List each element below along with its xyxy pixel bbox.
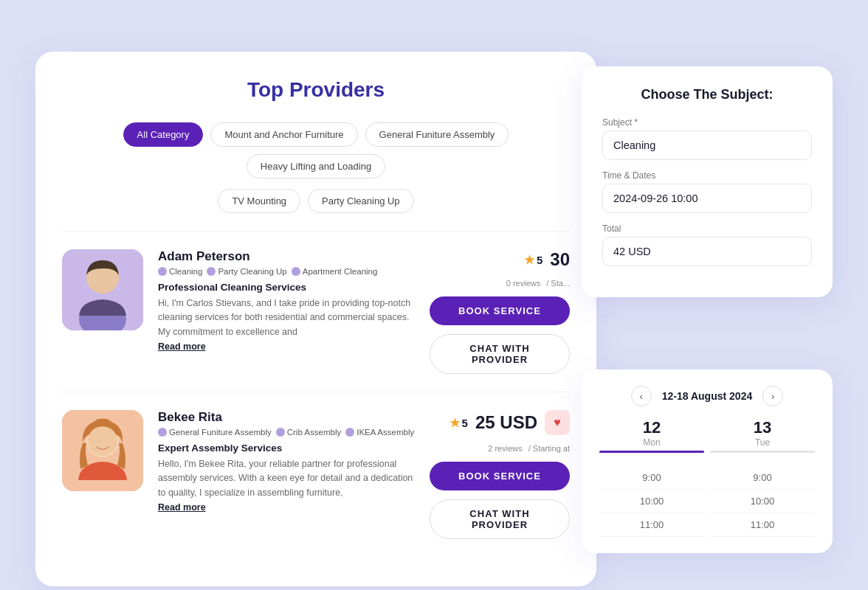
cal-day-13-label: Tue (710, 437, 815, 448)
cal-next-btn[interactable]: › (762, 386, 783, 406)
tag-icon-ikea (345, 428, 354, 437)
star-rating-adam: ★ 5 (524, 253, 542, 267)
tag-crib: Crib Assembly (276, 428, 342, 437)
avatar-adam (62, 249, 143, 330)
filter-general-assembly[interactable]: General Funiture Assembly (365, 122, 509, 147)
favorite-bekee[interactable]: ♥ (545, 410, 570, 435)
reviews-adam: 0 reviews (506, 279, 540, 288)
providers-title: Top Providers (62, 78, 570, 102)
category-filters-row1: All Category Mount and Anchor Furniture … (62, 122, 570, 178)
cal-days-header: 12 Mon 13 Tue (599, 418, 815, 460)
read-more-bekee[interactable]: Read more (158, 502, 415, 513)
cal-prev-btn[interactable]: ‹ (631, 386, 652, 406)
book-service-adam[interactable]: BOOK SERVICE (430, 296, 570, 325)
time-dates-value[interactable]: 2024-09-26 10:00 (602, 184, 812, 213)
provider-info-bekee: Bekee Rita General Funiture Assembly Cri… (158, 410, 415, 513)
starting-at-adam: / Sta... (546, 279, 570, 288)
cal-day-12-label: Mon (599, 437, 704, 448)
rating-row-bekee: ★ 5 25 USD ♥ (450, 410, 570, 435)
tag-icon-apartment (292, 267, 300, 276)
service-title-bekee: Expert Assembly Services (158, 442, 415, 454)
svg-point-6 (88, 426, 117, 456)
subject-field-label: Subject * (602, 117, 812, 128)
tag-general-assembly: General Funiture Assembly (158, 428, 272, 437)
subject-card-title: Choose The Subject: (602, 87, 812, 103)
provider-item-2: Bekee Rita General Funiture Assembly Cri… (62, 392, 570, 557)
service-desc-bekee: Hello, I'm Bekee Rita, your reliable par… (158, 457, 415, 500)
cal-day-12-bar (599, 451, 704, 453)
chat-provider-adam[interactable]: CHAT WITH PROVIDER (430, 334, 570, 374)
time-1100-mon[interactable]: 11:00 (599, 513, 704, 537)
provider-item-1: Adam Peterson Cleaning Party Cleaning Up… (62, 231, 570, 392)
tag-icon-cleaning (158, 267, 167, 276)
rating-value-adam: 5 (537, 254, 542, 266)
tag-icon-crib (276, 428, 285, 437)
rating-value-bekee: 5 (462, 417, 468, 429)
time-1000-tue[interactable]: 10:00 (710, 490, 815, 513)
avatar-bekee (62, 410, 143, 491)
chat-provider-bekee[interactable]: CHAT WITH PROVIDER (430, 499, 570, 539)
time-dates-label: Time & Dates (602, 170, 812, 181)
price-adam: 30 (550, 249, 570, 269)
tag-icon-party (207, 267, 216, 276)
tag-cleaning: Cleaning (158, 267, 202, 276)
calendar-card: ‹ 12-18 August 2024 › 12 Mon 13 Tue 9:00… (582, 369, 833, 553)
subject-card: Choose The Subject: Subject * Cleaning T… (582, 66, 833, 297)
calendar-header: ‹ 12-18 August 2024 › (599, 386, 815, 406)
category-filters-row2: TV Mounting Party Cleaning Up (62, 189, 570, 213)
providers-card: Top Providers All Category Mount and Anc… (35, 52, 596, 586)
cal-range-label: 12-18 August 2024 (662, 390, 752, 402)
time-900-mon[interactable]: 9:00 (599, 466, 704, 490)
read-more-adam[interactable]: Read more (158, 341, 415, 352)
book-service-bekee[interactable]: BOOK SERVICE (430, 462, 570, 490)
star-rating-bekee: ★ 5 (450, 416, 468, 430)
time-1000-mon[interactable]: 10:00 (599, 490, 704, 513)
time-900-tue[interactable]: 9:00 (710, 466, 815, 490)
cal-day-12-num: 12 (599, 418, 704, 437)
tag-ikea: IKEA Assembly (345, 428, 414, 437)
provider-name-bekee: Bekee Rita (158, 410, 415, 425)
filter-mount-anchor[interactable]: Mount and Anchor Furniture (210, 122, 357, 147)
rating-row-adam: ★ 5 30 (524, 249, 570, 270)
service-desc-adam: Hi, I'm Carlos Stievans, and I take prid… (158, 296, 415, 339)
filter-party-cleaning[interactable]: Party Cleaning Up (308, 189, 414, 213)
cal-day-12: 12 Mon (599, 418, 704, 460)
reviews-bekee: 2 reviews (488, 444, 522, 453)
provider-tags-bekee: General Funiture Assembly Crib Assembly … (158, 428, 415, 437)
price-bekee: 25 USD (475, 412, 537, 432)
star-icon-adam: ★ (524, 253, 534, 267)
provider-tags-adam: Cleaning Party Cleaning Up Apartment Cle… (158, 267, 415, 276)
time-1100-tue[interactable]: 11:00 (710, 513, 815, 537)
price-col-bekee: 25 USD (475, 412, 537, 433)
provider-right-bekee: ★ 5 25 USD ♥ 2 reviews / Starting at BOO… (430, 410, 570, 539)
times-grid: 9:00 9:00 10:00 10:00 11:00 11:00 (599, 466, 815, 537)
price-col-adam: 30 (550, 249, 570, 270)
provider-name-adam: Adam Peterson (158, 249, 415, 264)
star-icon-bekee: ★ (450, 416, 460, 430)
filter-tv-mounting[interactable]: TV Mounting (218, 189, 300, 213)
filter-all-category[interactable]: All Category (123, 122, 204, 147)
cal-day-13-num: 13 (710, 418, 815, 437)
service-title-adam: Professional Cleaning Services (158, 282, 415, 293)
cal-day-13-bar (710, 451, 815, 453)
tag-party-cleaning: Party Cleaning Up (207, 267, 286, 276)
subject-field-value[interactable]: Cleaning (602, 131, 812, 160)
tag-apartment: Apartment Cleaning (292, 267, 378, 276)
filter-heavy-lifting[interactable]: Heavy Lifting and Loading (247, 154, 385, 178)
tag-icon-gen (158, 428, 167, 437)
starting-at-bekee: / Starting at (528, 444, 570, 453)
total-value: 42 USD (602, 237, 812, 266)
cal-day-13: 13 Tue (710, 418, 815, 460)
provider-info-adam: Adam Peterson Cleaning Party Cleaning Up… (158, 249, 415, 352)
provider-right-adam: ★ 5 30 0 reviews / Sta... BOOK SERVICE C… (430, 249, 570, 374)
total-label: Total (602, 223, 812, 234)
